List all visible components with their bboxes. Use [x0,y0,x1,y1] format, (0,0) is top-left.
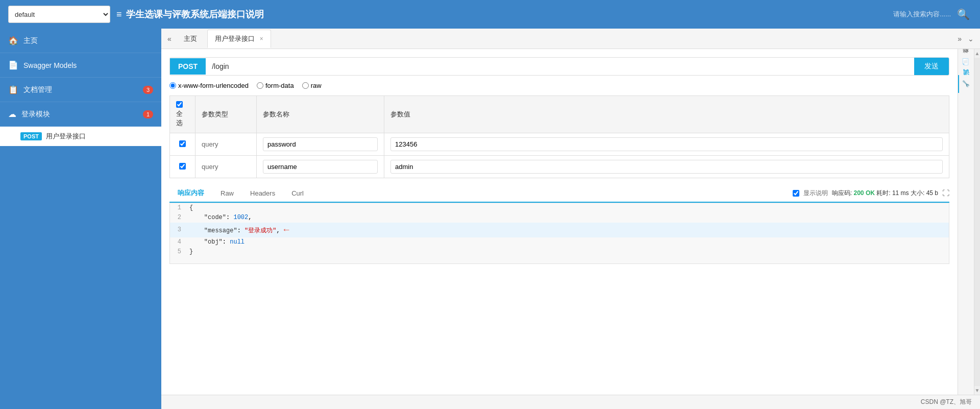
code-line-5: 5 } [170,247,949,257]
login-badge: 1 [143,110,153,118]
request-method: POST [170,58,206,75]
search-button[interactable]: 🔍 [955,6,972,22]
row2-name-cell [257,156,384,178]
row2-value-input[interactable] [390,160,943,174]
request-path[interactable] [206,58,914,75]
docs-badge: 3 [143,86,153,94]
content-area: « 主页 用户登录接口 × » ⌄ POST 发送 [161,29,980,409]
side-tab-debug[interactable]: 🔧调试 [958,75,974,93]
code-block: 1 { 2 "code": 1002, 3 "message": "登录成功",… [169,203,949,264]
header-left: default ≡ 学生选课与评教系统后端接口说明 [8,6,264,23]
response-info: 显示说明 响应码: 200 OK 耗时: 11 ms 大小: 45 b ⛶ [793,189,949,198]
col-name: 参数名称 [257,96,384,133]
header-right: 请输入搜索内容...... 🔍 [893,6,972,22]
right-scrollbar: ▲ ▼ [974,49,980,395]
scroll-down[interactable]: ▼ [974,386,980,395]
row1-value-cell [384,133,949,156]
footer-bar: CSDN @TZ、旭哥 [161,395,980,409]
swagger-icon: 📄 [8,60,18,70]
expand-icon[interactable]: ⛶ [942,189,949,197]
tabs-nav-prev[interactable]: « [165,33,174,45]
header-title-icon: ≡ [116,9,122,20]
code-line-1: 1 { [170,203,949,213]
row1-name-input[interactable] [263,137,378,151]
side-tab-docs-icon: 📄 [962,58,969,66]
send-button[interactable]: 发送 [914,58,949,75]
col-value: 参数值 [384,96,949,133]
sidebar: 🏠 主页 📄 Swagger Models 📋 文档管理 3 ☁ 登录模块 1 … [0,29,161,409]
default-select[interactable]: default [8,6,110,23]
line-content-1: { [185,203,949,213]
resp-tab-raw[interactable]: Raw [212,185,242,202]
tab-close-btn[interactable]: × [260,35,263,42]
radio-formdata[interactable]: form-data [257,82,294,89]
tab-active[interactable]: 用户登录接口 × [207,30,271,48]
resp-tab-content[interactable]: 响应内容 [169,184,212,203]
status-code: 200 [854,189,864,197]
main-panel: POST 发送 x-www-form-urlencoded form-data [161,49,958,395]
table-row: query [170,156,949,178]
select-all-checkbox[interactable] [176,101,183,108]
tabs-expand-btn[interactable]: ⌄ [966,33,976,45]
show-desc-label: 显示说明 [803,189,828,198]
resp-tab-curl[interactable]: Curl [283,185,312,202]
row1-checkbox[interactable] [179,140,186,147]
tab-active-label: 用户登录接口 [215,34,255,43]
search-placeholder: 请输入搜索内容...... [893,10,951,19]
line-content-2: "code": 1002, [185,213,949,223]
code-line-3: 3 "message": "登录成功", ← [170,223,949,237]
code-line-4: 4 "obj": null [170,237,949,247]
content-with-sidetabs: POST 发送 x-www-form-urlencoded form-data [161,49,980,395]
side-tab-debug-icon: 🔧 [963,80,970,88]
row2-type: query [195,156,257,178]
radio-formdata-input[interactable] [257,82,263,89]
home-icon: 🏠 [8,36,18,45]
radio-raw[interactable]: raw [302,82,322,89]
line-num-1: 1 [170,203,185,213]
row2-checkbox[interactable] [179,163,186,170]
status-text: OK [866,189,875,197]
header: default ≡ 学生选课与评教系统后端接口说明 请输入搜索内容...... … [0,0,980,29]
side-tabs: 📄文档 🔧调试 [958,49,974,395]
sidebar-item-swagger-label: Swagger Models [23,61,153,69]
radio-raw-label: raw [311,82,322,89]
show-desc-checkbox[interactable] [793,190,799,197]
radio-urlencoded[interactable]: x-www-form-urlencoded [169,82,249,89]
side-tab-docs[interactable]: 📄文档 [959,53,973,71]
row1-checkbox-cell [170,133,195,156]
content-type-group: x-www-form-urlencoded form-data raw [169,82,949,89]
tab-home[interactable]: 主页 [176,30,205,47]
sidebar-item-login[interactable]: ☁ 登录模块 1 [0,102,161,127]
row2-name-input[interactable] [263,160,378,174]
sidebar-item-home[interactable]: 🏠 主页 [0,29,161,53]
tabs-bar: « 主页 用户登录接口 × » ⌄ [161,29,980,49]
docs-icon: 📋 [8,85,18,94]
main-layout: 🏠 主页 📄 Swagger Models 📋 文档管理 3 ☁ 登录模块 1 … [0,29,980,409]
sidebar-item-home-label: 主页 [23,36,153,45]
sidebar-sub-item-login-api[interactable]: POST 用户登录接口 [0,127,161,146]
response-tabs: 响应内容 Raw Headers Curl 显示说明 响应码: 200 OK 耗… [169,184,949,203]
scroll-up[interactable]: ▲ [974,49,980,58]
line-num-4: 4 [170,237,185,247]
params-table: 全选 参数类型 参数名称 参数值 query [169,95,949,178]
size-value: 45 b [926,189,938,197]
row1-value-input[interactable] [390,137,943,151]
line-num-2: 2 [170,213,185,223]
time-value: 11 ms [892,189,909,197]
radio-raw-input[interactable] [302,82,309,89]
sidebar-item-login-label: 登录模块 [21,110,138,119]
line-num-5: 5 [170,247,185,257]
sidebar-item-swagger[interactable]: 📄 Swagger Models [0,53,161,78]
line-content-3: "message": "登录成功", ← [185,223,949,237]
post-bar: POST 发送 [169,57,949,76]
header-title: ≡ 学生选课与评教系统后端接口说明 [116,8,264,20]
code-line-2: 2 "code": 1002, [170,213,949,223]
row2-value-cell [384,156,949,178]
table-row: query [170,133,949,156]
radio-urlencoded-label: x-www-form-urlencoded [178,82,249,89]
radio-urlencoded-input[interactable] [169,82,176,89]
resp-tab-headers[interactable]: Headers [242,185,283,202]
tabs-nav-more[interactable]: » [955,33,964,45]
time-label: 耗时: [876,189,890,197]
sidebar-item-docs[interactable]: 📋 文档管理 3 [0,78,161,102]
